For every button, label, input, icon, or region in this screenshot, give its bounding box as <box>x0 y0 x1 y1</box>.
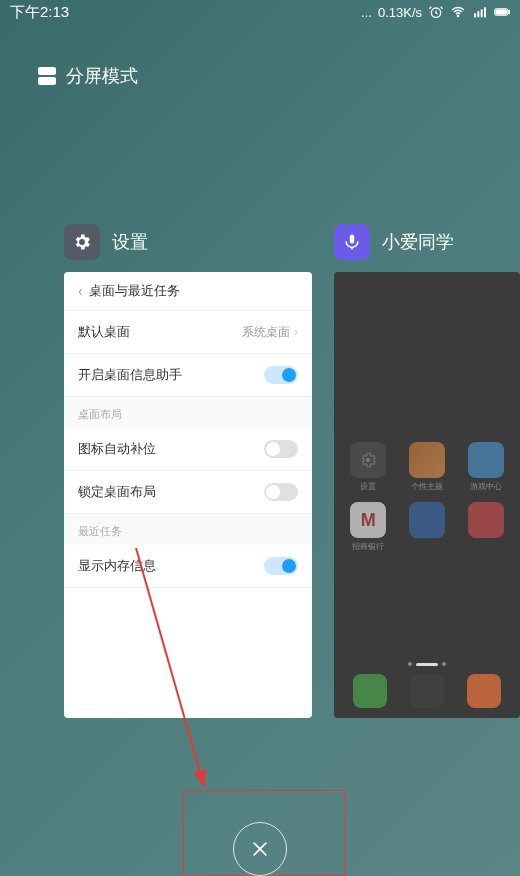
chevron-right-icon: › <box>294 325 298 339</box>
close-icon <box>250 839 270 859</box>
settings-card-body[interactable]: ‹ 桌面与最近任务 默认桌面 系统桌面 › 开启桌面信息助手 桌面布局 图标自动… <box>64 272 312 718</box>
row-label: 默认桌面 <box>78 323 130 341</box>
split-screen-icon <box>38 67 56 85</box>
settings-app-icon <box>64 224 100 260</box>
recent-app-settings[interactable]: 设置 ‹ 桌面与最近任务 默认桌面 系统桌面 › 开启桌面信息助手 桌面布局 图… <box>64 224 312 718</box>
toggle-show-memory[interactable] <box>264 557 298 575</box>
split-screen-button[interactable]: 分屏模式 <box>38 64 520 88</box>
svg-rect-5 <box>484 7 486 17</box>
svg-point-9 <box>366 458 371 463</box>
row-label: 显示内存信息 <box>78 557 156 575</box>
svg-rect-7 <box>508 10 509 13</box>
dock-phone-icon[interactable] <box>353 674 387 708</box>
status-net-speed: 0.13K/s <box>378 5 422 20</box>
row-show-memory[interactable]: 显示内存信息 <box>64 545 312 588</box>
svg-rect-2 <box>474 13 476 17</box>
settings-page-title: 桌面与最近任务 <box>89 282 180 300</box>
card-title: 设置 <box>112 230 148 254</box>
section-label-layout: 桌面布局 <box>64 397 312 428</box>
hs-icon[interactable]: 设置 <box>342 442 395 492</box>
recent-apps: 设置 ‹ 桌面与最近任务 默认桌面 系统桌面 › 开启桌面信息助手 桌面布局 图… <box>64 224 520 718</box>
split-screen-label: 分屏模式 <box>66 64 138 88</box>
row-desktop-assistant[interactable]: 开启桌面信息助手 <box>64 354 312 397</box>
hs-icon[interactable] <box>401 502 454 552</box>
row-lock-layout[interactable]: 锁定桌面布局 <box>64 471 312 514</box>
wifi-icon <box>450 4 466 20</box>
status-dots: ... <box>361 5 372 20</box>
dock-browser-icon[interactable] <box>467 674 501 708</box>
svg-rect-3 <box>477 11 479 17</box>
card-header: 设置 <box>64 224 312 260</box>
toggle-lock-layout[interactable] <box>264 483 298 501</box>
dock-icon[interactable] <box>410 674 444 708</box>
card-header: 小爱同学 <box>334 224 520 260</box>
hs-icon[interactable]: M招商银行 <box>342 502 395 552</box>
section-label-recent: 最近任务 <box>64 514 312 545</box>
row-label: 开启桌面信息助手 <box>78 366 182 384</box>
signal-icon <box>472 4 488 20</box>
dock <box>342 674 512 708</box>
row-label: 图标自动补位 <box>78 440 156 458</box>
xiaoai-card-body[interactable]: 设置 个性主题 游戏中心 M招商银行 <box>334 272 520 718</box>
battery-icon <box>494 4 510 20</box>
svg-point-1 <box>457 15 458 16</box>
toggle-auto-fill[interactable] <box>264 440 298 458</box>
settings-page-header[interactable]: ‹ 桌面与最近任务 <box>64 272 312 311</box>
hs-icon[interactable] <box>459 502 512 552</box>
xiaoai-app-icon <box>334 224 370 260</box>
status-right: ... 0.13K/s <box>361 4 510 20</box>
card-title: 小爱同学 <box>382 230 454 254</box>
toggle-desktop-assistant[interactable] <box>264 366 298 384</box>
status-bar: 下午2:13 ... 0.13K/s <box>0 0 520 24</box>
svg-rect-4 <box>481 9 483 17</box>
hs-icon[interactable]: 个性主题 <box>401 442 454 492</box>
row-auto-fill[interactable]: 图标自动补位 <box>64 428 312 471</box>
row-label: 锁定桌面布局 <box>78 483 156 501</box>
alarm-icon <box>428 4 444 20</box>
status-time: 下午2:13 <box>10 3 69 22</box>
row-value: 系统桌面 › <box>242 324 298 341</box>
homescreen-grid: 设置 个性主题 游戏中心 M招商银行 <box>342 442 512 552</box>
recent-app-xiaoai[interactable]: 小爱同学 设置 个性主题 游戏中心 M招商银行 <box>334 224 520 718</box>
page-indicator <box>408 662 446 666</box>
svg-rect-8 <box>496 10 507 15</box>
row-default-desktop[interactable]: 默认桌面 系统桌面 › <box>64 311 312 354</box>
hs-icon[interactable]: 游戏中心 <box>459 442 512 492</box>
back-icon[interactable]: ‹ <box>78 283 83 299</box>
clear-all-button[interactable] <box>233 822 287 876</box>
